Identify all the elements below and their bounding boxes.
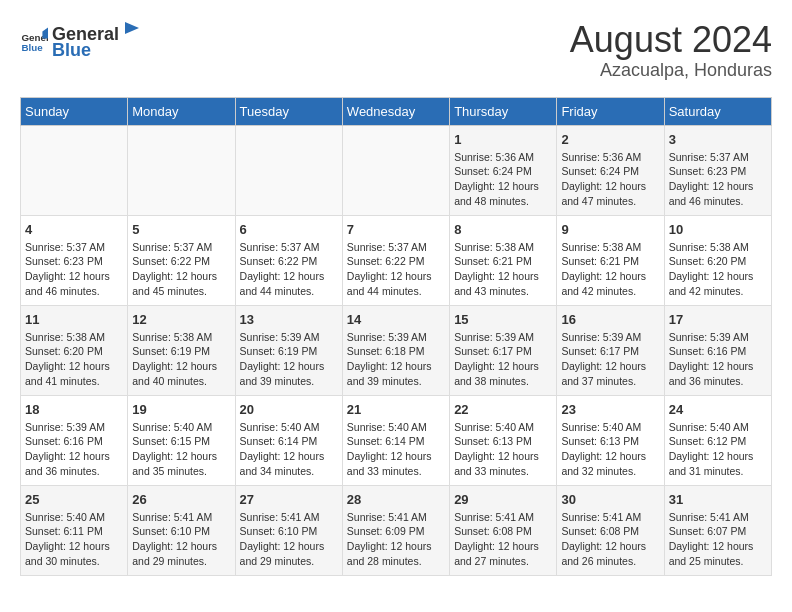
calendar-cell: 23Sunrise: 5:40 AM Sunset: 6:13 PM Dayli… [557,395,664,485]
day-info: Sunrise: 5:40 AM Sunset: 6:14 PM Dayligh… [347,420,445,479]
day-info: Sunrise: 5:40 AM Sunset: 6:13 PM Dayligh… [454,420,552,479]
day-number: 31 [669,492,767,507]
calendar-cell: 13Sunrise: 5:39 AM Sunset: 6:19 PM Dayli… [235,305,342,395]
day-number: 14 [347,312,445,327]
day-info: Sunrise: 5:37 AM Sunset: 6:22 PM Dayligh… [132,240,230,299]
day-number: 10 [669,222,767,237]
day-number: 24 [669,402,767,417]
calendar-cell: 9Sunrise: 5:38 AM Sunset: 6:21 PM Daylig… [557,215,664,305]
day-number: 1 [454,132,552,147]
calendar-cell: 28Sunrise: 5:41 AM Sunset: 6:09 PM Dayli… [342,485,449,575]
calendar-cell: 31Sunrise: 5:41 AM Sunset: 6:07 PM Dayli… [664,485,771,575]
calendar-cell: 10Sunrise: 5:38 AM Sunset: 6:20 PM Dayli… [664,215,771,305]
day-info: Sunrise: 5:38 AM Sunset: 6:21 PM Dayligh… [561,240,659,299]
calendar-cell: 25Sunrise: 5:40 AM Sunset: 6:11 PM Dayli… [21,485,128,575]
day-number: 4 [25,222,123,237]
calendar-cell: 27Sunrise: 5:41 AM Sunset: 6:10 PM Dayli… [235,485,342,575]
calendar-cell: 14Sunrise: 5:39 AM Sunset: 6:18 PM Dayli… [342,305,449,395]
logo-flag-icon [121,20,141,40]
day-number: 7 [347,222,445,237]
day-info: Sunrise: 5:38 AM Sunset: 6:21 PM Dayligh… [454,240,552,299]
header-day-sunday: Sunday [21,97,128,125]
calendar-cell: 5Sunrise: 5:37 AM Sunset: 6:22 PM Daylig… [128,215,235,305]
calendar-title: August 2024 [570,20,772,60]
calendar-cell [21,125,128,215]
day-info: Sunrise: 5:40 AM Sunset: 6:12 PM Dayligh… [669,420,767,479]
day-number: 19 [132,402,230,417]
calendar-cell [235,125,342,215]
svg-marker-3 [125,22,139,34]
calendar-cell: 29Sunrise: 5:41 AM Sunset: 6:08 PM Dayli… [450,485,557,575]
header-day-thursday: Thursday [450,97,557,125]
day-info: Sunrise: 5:36 AM Sunset: 6:24 PM Dayligh… [561,150,659,209]
calendar-title-block: August 2024 Azacualpa, Honduras [570,20,772,81]
week-row-2: 4Sunrise: 5:37 AM Sunset: 6:23 PM Daylig… [21,215,772,305]
calendar-cell: 12Sunrise: 5:38 AM Sunset: 6:19 PM Dayli… [128,305,235,395]
calendar-cell: 21Sunrise: 5:40 AM Sunset: 6:14 PM Dayli… [342,395,449,485]
calendar-cell: 4Sunrise: 5:37 AM Sunset: 6:23 PM Daylig… [21,215,128,305]
week-row-4: 18Sunrise: 5:39 AM Sunset: 6:16 PM Dayli… [21,395,772,485]
day-info: Sunrise: 5:37 AM Sunset: 6:23 PM Dayligh… [25,240,123,299]
day-number: 18 [25,402,123,417]
calendar-cell: 20Sunrise: 5:40 AM Sunset: 6:14 PM Dayli… [235,395,342,485]
header-row: SundayMondayTuesdayWednesdayThursdayFrid… [21,97,772,125]
day-info: Sunrise: 5:39 AM Sunset: 6:19 PM Dayligh… [240,330,338,389]
header-day-saturday: Saturday [664,97,771,125]
day-info: Sunrise: 5:39 AM Sunset: 6:17 PM Dayligh… [454,330,552,389]
day-info: Sunrise: 5:37 AM Sunset: 6:23 PM Dayligh… [669,150,767,209]
day-number: 20 [240,402,338,417]
day-info: Sunrise: 5:41 AM Sunset: 6:08 PM Dayligh… [561,510,659,569]
day-number: 3 [669,132,767,147]
day-number: 6 [240,222,338,237]
calendar-cell: 17Sunrise: 5:39 AM Sunset: 6:16 PM Dayli… [664,305,771,395]
day-number: 9 [561,222,659,237]
calendar-subtitle: Azacualpa, Honduras [570,60,772,81]
calendar-cell: 3Sunrise: 5:37 AM Sunset: 6:23 PM Daylig… [664,125,771,215]
day-number: 22 [454,402,552,417]
day-number: 8 [454,222,552,237]
day-info: Sunrise: 5:37 AM Sunset: 6:22 PM Dayligh… [240,240,338,299]
header-day-friday: Friday [557,97,664,125]
day-info: Sunrise: 5:38 AM Sunset: 6:20 PM Dayligh… [669,240,767,299]
calendar-cell [342,125,449,215]
logo: General Blue General Blue [20,20,141,61]
day-info: Sunrise: 5:38 AM Sunset: 6:20 PM Dayligh… [25,330,123,389]
calendar-cell: 30Sunrise: 5:41 AM Sunset: 6:08 PM Dayli… [557,485,664,575]
calendar-cell: 22Sunrise: 5:40 AM Sunset: 6:13 PM Dayli… [450,395,557,485]
day-info: Sunrise: 5:39 AM Sunset: 6:16 PM Dayligh… [25,420,123,479]
day-number: 13 [240,312,338,327]
day-number: 12 [132,312,230,327]
day-number: 25 [25,492,123,507]
calendar-cell: 24Sunrise: 5:40 AM Sunset: 6:12 PM Dayli… [664,395,771,485]
day-number: 30 [561,492,659,507]
svg-marker-2 [42,28,48,39]
week-row-3: 11Sunrise: 5:38 AM Sunset: 6:20 PM Dayli… [21,305,772,395]
calendar-cell: 15Sunrise: 5:39 AM Sunset: 6:17 PM Dayli… [450,305,557,395]
day-number: 5 [132,222,230,237]
day-number: 21 [347,402,445,417]
calendar-cell: 1Sunrise: 5:36 AM Sunset: 6:24 PM Daylig… [450,125,557,215]
day-number: 23 [561,402,659,417]
day-info: Sunrise: 5:41 AM Sunset: 6:09 PM Dayligh… [347,510,445,569]
calendar-cell: 16Sunrise: 5:39 AM Sunset: 6:17 PM Dayli… [557,305,664,395]
day-info: Sunrise: 5:41 AM Sunset: 6:10 PM Dayligh… [132,510,230,569]
day-number: 15 [454,312,552,327]
header-day-monday: Monday [128,97,235,125]
day-number: 16 [561,312,659,327]
day-info: Sunrise: 5:40 AM Sunset: 6:13 PM Dayligh… [561,420,659,479]
generalblue-logo-icon: General Blue [20,26,48,54]
calendar-cell: 7Sunrise: 5:37 AM Sunset: 6:22 PM Daylig… [342,215,449,305]
day-number: 27 [240,492,338,507]
calendar-cell: 26Sunrise: 5:41 AM Sunset: 6:10 PM Dayli… [128,485,235,575]
week-row-5: 25Sunrise: 5:40 AM Sunset: 6:11 PM Dayli… [21,485,772,575]
calendar-cell: 19Sunrise: 5:40 AM Sunset: 6:15 PM Dayli… [128,395,235,485]
day-info: Sunrise: 5:41 AM Sunset: 6:07 PM Dayligh… [669,510,767,569]
calendar-cell: 11Sunrise: 5:38 AM Sunset: 6:20 PM Dayli… [21,305,128,395]
page-header: General Blue General Blue August 2024 Az… [20,20,772,81]
calendar-cell: 8Sunrise: 5:38 AM Sunset: 6:21 PM Daylig… [450,215,557,305]
day-info: Sunrise: 5:40 AM Sunset: 6:15 PM Dayligh… [132,420,230,479]
day-info: Sunrise: 5:36 AM Sunset: 6:24 PM Dayligh… [454,150,552,209]
day-number: 29 [454,492,552,507]
day-info: Sunrise: 5:39 AM Sunset: 6:16 PM Dayligh… [669,330,767,389]
day-info: Sunrise: 5:39 AM Sunset: 6:17 PM Dayligh… [561,330,659,389]
